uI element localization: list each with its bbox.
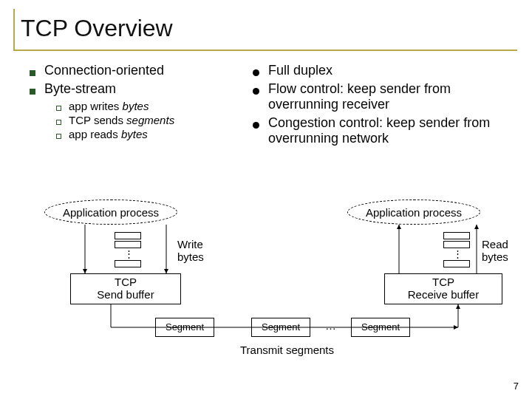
app-process-left: Application process bbox=[44, 200, 177, 225]
sub-text: app writes bytes bbox=[69, 100, 149, 112]
app-process-right: Application process bbox=[347, 200, 480, 225]
receive-buffer-box: TCP Receive buffer bbox=[384, 273, 502, 304]
sub-text: TCP sends segments bbox=[69, 114, 174, 126]
sub-bullet: app reads bytes bbox=[56, 128, 244, 140]
title-bar: TCP Overview bbox=[13, 9, 517, 51]
disc-bullet-icon bbox=[253, 69, 259, 76]
square-bullet-icon bbox=[30, 89, 35, 95]
sub-text: app reads bytes bbox=[69, 128, 148, 140]
bullet-connection-oriented: Connection-oriented bbox=[30, 63, 244, 78]
bullet-text: Byte-stream bbox=[44, 81, 116, 97]
bullet-text: Connection-oriented bbox=[44, 63, 164, 78]
byte-slot bbox=[115, 260, 141, 267]
sub-bullet: TCP sends segments bbox=[56, 114, 244, 126]
hollow-square-icon bbox=[56, 120, 61, 125]
disc-bullet-icon bbox=[253, 88, 259, 95]
read-bytes-label: Read bytes bbox=[482, 238, 508, 263]
sub-bullet: app writes bytes bbox=[56, 100, 244, 112]
write-bytes-label: Write bytes bbox=[177, 238, 204, 263]
square-bullet-icon bbox=[30, 70, 35, 76]
segment-box: Segment bbox=[251, 318, 310, 337]
byte-slot bbox=[115, 232, 141, 239]
hollow-square-icon bbox=[56, 106, 61, 111]
tcp-diagram: Application process Application process … bbox=[0, 200, 532, 384]
vertical-ellipsis: ⋮ bbox=[124, 248, 134, 259]
byte-slot bbox=[443, 232, 470, 239]
byte-slot bbox=[443, 260, 470, 267]
segment-box: Segment bbox=[351, 318, 410, 337]
byte-slot bbox=[115, 241, 141, 248]
hollow-square-icon bbox=[56, 134, 61, 139]
disc-bullet-icon bbox=[253, 122, 259, 129]
page-number: 7 bbox=[514, 381, 519, 392]
bullet-text: Flow control: keep sender from overrunni… bbox=[268, 81, 519, 112]
vertical-ellipsis: ⋮ bbox=[453, 248, 463, 259]
bullet-text: Congestion control: keep sender from ove… bbox=[268, 115, 519, 146]
left-column: Connection-oriented Byte-stream app writ… bbox=[30, 63, 244, 149]
slide-title: TCP Overview bbox=[21, 15, 517, 42]
bullet-congestion-control: Congestion control: keep sender from ove… bbox=[253, 115, 519, 146]
bullet-byte-stream: Byte-stream bbox=[30, 81, 244, 97]
segment-box: Segment bbox=[155, 318, 214, 337]
send-buffer-box: TCP Send buffer bbox=[70, 273, 181, 304]
segments-ellipsis: … bbox=[325, 319, 336, 332]
bullet-flow-control: Flow control: keep sender from overrunni… bbox=[253, 81, 519, 112]
content-columns: Connection-oriented Byte-stream app writ… bbox=[0, 57, 532, 149]
bullet-text: Full duplex bbox=[268, 63, 332, 78]
transmit-label: Transmit segments bbox=[240, 344, 334, 356]
right-column: Full duplex Flow control: keep sender fr… bbox=[253, 63, 519, 149]
bullet-full-duplex: Full duplex bbox=[253, 63, 519, 78]
byte-slot bbox=[443, 241, 470, 248]
